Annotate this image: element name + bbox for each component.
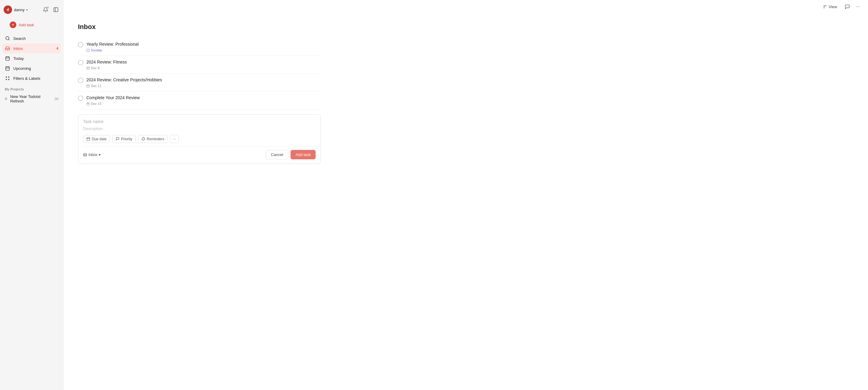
task-name: 2024 Review: Fitness xyxy=(86,60,127,64)
sidebar-navigation: + Add task Search Inbox 4 xyxy=(0,18,63,83)
task-form-actions: Due date Priority Re xyxy=(83,135,316,143)
project-icon-small xyxy=(86,49,90,52)
inbox-label: Inbox xyxy=(13,46,23,51)
bell-small-icon xyxy=(141,137,145,141)
task-name: Complete Your 2024 Review xyxy=(86,95,140,100)
comment-button[interactable] xyxy=(844,3,851,10)
svg-rect-8 xyxy=(6,67,9,71)
more-options-button[interactable]: ··· xyxy=(855,3,861,10)
more-actions-button[interactable]: ··· xyxy=(170,135,179,143)
today-label: Today xyxy=(13,56,24,61)
svg-point-12 xyxy=(6,77,7,78)
view-button[interactable]: View xyxy=(820,3,840,10)
search-icon xyxy=(5,36,10,41)
inbox-badge: 4 xyxy=(57,47,58,50)
project-hash-icon: # xyxy=(5,96,7,101)
task-name: 2024 Review: Creative Projects/Hobbies xyxy=(86,77,162,82)
sidebar-header: d danny ▾ xyxy=(0,4,63,18)
today-icon xyxy=(5,56,10,61)
chevron-down-icon: ▾ xyxy=(26,8,28,11)
task-date: Dec 15 xyxy=(91,102,101,106)
svg-rect-4 xyxy=(6,57,9,60)
view-label: View xyxy=(829,4,837,9)
svg-point-15 xyxy=(8,79,9,80)
table-row[interactable]: 2024 Review: Creative Projects/Hobbies D… xyxy=(78,74,321,92)
my-projects-title: My Projects xyxy=(0,83,63,92)
avatar: d xyxy=(4,5,12,14)
table-row[interactable]: Yearly Review: Professional Sunday xyxy=(78,38,321,56)
view-icon xyxy=(823,4,827,9)
sidebar-item-upcoming[interactable]: Upcoming xyxy=(2,63,61,73)
project-item-new-year[interactable]: # New Year Todoist Refresh 20 xyxy=(2,92,61,106)
task-name-input[interactable] xyxy=(83,119,316,124)
form-footer-buttons: Cancel Add task xyxy=(266,150,316,159)
due-date-label: Due date xyxy=(92,137,106,141)
due-date-button[interactable]: Due date xyxy=(83,135,110,143)
task-description-input[interactable] xyxy=(83,127,316,131)
calendar-icon-small xyxy=(86,102,90,106)
add-task-button[interactable]: + Add task xyxy=(5,19,58,30)
task-list: Yearly Review: Professional Sunday 2024 … xyxy=(78,38,321,164)
reminders-button[interactable]: Reminders xyxy=(138,135,167,143)
user-menu[interactable]: d danny ▾ xyxy=(4,5,28,14)
add-task-submit-button[interactable]: Add task xyxy=(290,150,316,159)
flag-icon xyxy=(116,137,120,141)
task-checkbox[interactable] xyxy=(78,42,83,48)
calendar-icon-small xyxy=(86,84,90,88)
project-label: New Year Todoist Refresh xyxy=(10,94,52,103)
inbox-chevron-icon: ▾ xyxy=(99,153,100,157)
priority-button[interactable]: Priority xyxy=(112,135,135,143)
cancel-button[interactable]: Cancel xyxy=(266,150,288,159)
task-project: Sunday xyxy=(91,48,102,52)
sidebar-item-today[interactable]: Today xyxy=(2,54,61,63)
main-content-area: View ··· Inbox Yearly Review: Profession… xyxy=(63,0,868,390)
inbox-selector-button[interactable]: Inbox ▾ xyxy=(83,153,100,157)
filters-label: Filters & Labels xyxy=(13,76,40,81)
search-label: Search xyxy=(13,36,26,41)
inbox-content: Inbox Yearly Review: Professional Sunday xyxy=(63,13,335,173)
more-dots-icon: ··· xyxy=(856,4,860,9)
sidebar-icon xyxy=(53,7,59,12)
main-header: View ··· xyxy=(63,0,868,13)
svg-point-14 xyxy=(6,79,7,80)
inbox-icon xyxy=(5,46,10,51)
calendar-icon xyxy=(86,137,90,141)
project-count: 20 xyxy=(55,97,58,101)
task-date: Dec 8 xyxy=(91,66,100,70)
notification-dot xyxy=(47,6,49,8)
comment-icon xyxy=(845,4,850,9)
task-name: Yearly Review: Professional xyxy=(86,42,138,47)
svg-rect-0 xyxy=(54,7,58,12)
upcoming-label: Upcoming xyxy=(13,66,31,71)
table-row[interactable]: Complete Your 2024 Review Dec 15 xyxy=(78,92,321,109)
inbox-label: Inbox xyxy=(89,153,97,157)
projects-nav: # New Year Todoist Refresh 20 xyxy=(0,92,63,106)
task-form-footer: Inbox ▾ Cancel Add task xyxy=(83,147,316,159)
svg-rect-20 xyxy=(87,67,89,69)
sidebar: d danny ▾ + Add task xyxy=(0,0,63,390)
page-title: Inbox xyxy=(78,23,321,31)
table-row[interactable]: 2024 Review: Fitness Dec 8 xyxy=(78,56,321,74)
add-task-form: Due date Priority Re xyxy=(78,114,321,164)
svg-line-3 xyxy=(8,39,9,40)
svg-rect-28 xyxy=(87,103,89,105)
task-date: Dec 11 xyxy=(91,84,101,88)
username: danny xyxy=(14,7,25,12)
task-checkbox[interactable] xyxy=(78,95,83,101)
filters-icon xyxy=(5,76,10,81)
svg-rect-32 xyxy=(87,138,90,141)
task-checkbox[interactable] xyxy=(78,60,83,65)
svg-rect-19 xyxy=(87,49,89,51)
sidebar-item-inbox[interactable]: Inbox 4 xyxy=(2,44,61,53)
toggle-sidebar-button[interactable] xyxy=(52,6,60,13)
add-circle-icon: + xyxy=(10,22,16,28)
svg-point-2 xyxy=(6,36,9,40)
notifications-button[interactable] xyxy=(42,6,49,13)
sidebar-item-filters[interactable]: Filters & Labels xyxy=(2,74,61,83)
sidebar-item-search[interactable]: Search xyxy=(2,33,61,43)
inbox-small-icon xyxy=(83,153,87,157)
upcoming-icon xyxy=(5,65,10,71)
priority-label: Priority xyxy=(121,137,132,141)
calendar-icon-small xyxy=(86,66,90,70)
task-checkbox[interactable] xyxy=(78,78,83,83)
